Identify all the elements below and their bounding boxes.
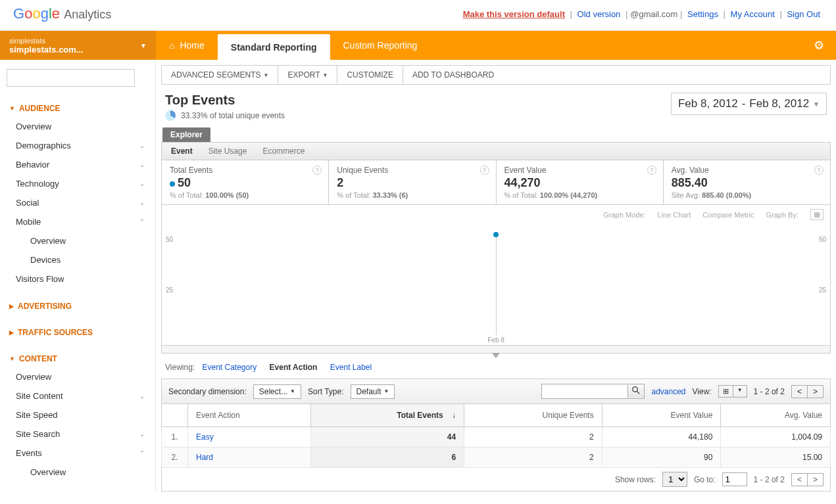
nav-mobile[interactable]: Mobile⌃: [7, 212, 149, 231]
subtab-site-usage[interactable]: Site Usage: [209, 147, 247, 156]
date-range-picker[interactable]: Feb 8, 2012 - Feb 8, 2012 ▼: [671, 93, 827, 115]
chevron-down-icon: ⌄: [139, 199, 145, 206]
chevron-down-icon: ⌄: [139, 161, 145, 168]
col-total-events[interactable]: Total Events ↓: [310, 404, 464, 427]
chart-slider[interactable]: [161, 346, 831, 354]
view-mode-selector[interactable]: ⊞▼: [718, 385, 747, 398]
help-icon[interactable]: ?: [814, 166, 824, 175]
nav-site-search[interactable]: Site Search⌄: [7, 424, 149, 444]
metric-unique-events[interactable]: ? Unique Events 2 % of Total: 33.33% (6): [329, 160, 496, 204]
export-button[interactable]: EXPORT ▼: [278, 66, 337, 84]
chart-slider-handle[interactable]: [492, 353, 500, 358]
row-link-easy[interactable]: Easy: [196, 432, 214, 442]
advanced-segments-button[interactable]: ADVANCED SEGMENTS ▼: [162, 66, 278, 84]
account-selector[interactable]: simplestats simplestats.com... ▼: [0, 31, 156, 60]
sidebar: ▼AUDIENCE Overview Demographics⌄ Behavio…: [0, 60, 156, 492]
nav-social[interactable]: Social⌄: [7, 193, 149, 212]
metric-total-events[interactable]: ? Total Events 50 % of Total: 100.00% (5…: [162, 160, 329, 204]
customize-button[interactable]: CUSTOMIZE: [337, 66, 403, 84]
chart-controls: Graph Mode: Line Chart Compare Metric Gr…: [161, 205, 831, 224]
table-search-input[interactable]: [542, 384, 627, 398]
help-icon[interactable]: ?: [647, 166, 656, 175]
subtab-ecommerce[interactable]: Ecommerce: [262, 147, 305, 156]
col-avg-value[interactable]: Avg. Value: [721, 404, 831, 427]
nav-overview[interactable]: Overview: [7, 117, 149, 136]
help-icon[interactable]: ?: [480, 166, 489, 175]
next-page-button[interactable]: >: [808, 386, 823, 398]
section-content[interactable]: ▼CONTENT: [7, 350, 149, 367]
nav-site-speed[interactable]: Site Speed: [7, 405, 149, 424]
section-advertising[interactable]: ▶ADVERTISING: [7, 298, 149, 315]
logo: Google Analytics: [13, 5, 111, 22]
secondary-dimension-select[interactable]: Select...▼: [253, 384, 301, 399]
compare-metric-button[interactable]: Compare Metric: [702, 211, 754, 219]
account-domain: simplestats.com...: [9, 45, 147, 55]
svg-line-3: [637, 392, 640, 394]
col-event-action[interactable]: Event Action: [188, 404, 311, 427]
chevron-down-icon: ▼: [323, 72, 328, 78]
graph-by-icon[interactable]: ▦: [810, 209, 824, 220]
section-audience[interactable]: ▼AUDIENCE: [7, 100, 149, 117]
chevron-down-icon: ▼: [813, 101, 820, 108]
chart-data-point[interactable]: [493, 232, 499, 237]
old-version-link[interactable]: Old version: [578, 9, 621, 19]
make-default-link[interactable]: Make this version default: [463, 9, 565, 19]
toolbar: ADVANCED SEGMENTS ▼ EXPORT ▼ CUSTOMIZE A…: [161, 65, 831, 85]
row-link-hard[interactable]: Hard: [196, 453, 213, 462]
view-event-category[interactable]: Event Category: [202, 363, 257, 372]
dot-icon: [170, 181, 175, 187]
tab-custom-reporting[interactable]: Custom Reporting: [330, 31, 431, 60]
rows-per-page-select[interactable]: 10: [662, 472, 687, 487]
metric-avg-value[interactable]: ? Avg. Value 885.40 Site Avg: 885.40 (0.…: [664, 160, 830, 204]
chevron-down-icon: ⌄: [139, 142, 145, 149]
my-account-link[interactable]: My Account: [731, 9, 775, 19]
nav-mobile-devices[interactable]: Devices: [7, 250, 149, 269]
settings-link[interactable]: Settings: [687, 9, 718, 19]
prev-page-button[interactable]: <: [792, 386, 808, 398]
footer-prev-button[interactable]: <: [792, 474, 808, 486]
nav-events[interactable]: Events⌃: [7, 444, 149, 463]
tab-standard-reporting[interactable]: Standard Reporting: [218, 34, 330, 60]
sidebar-search-input[interactable]: [18, 73, 129, 83]
nav-content-overview[interactable]: Overview: [7, 367, 149, 386]
chevron-down-icon: ⌄: [139, 180, 145, 187]
search-icon: [12, 74, 14, 82]
nav-visitors-flow[interactable]: Visitors Flow: [7, 269, 149, 288]
nav-site-content[interactable]: Site Content⌄: [7, 386, 149, 405]
subtab-event[interactable]: Event: [171, 147, 193, 156]
chevron-up-icon: ⌃: [139, 449, 145, 457]
view-event-action[interactable]: Event Action: [270, 363, 318, 372]
metric-event-value[interactable]: ? Event Value 44,270 % of Total: 100.00%…: [497, 160, 664, 204]
sign-out-link[interactable]: Sign Out: [787, 9, 820, 19]
table-view-icon[interactable]: ⊞: [719, 386, 733, 397]
col-unique-events[interactable]: Unique Events: [464, 404, 602, 427]
account-name: simplestats: [9, 37, 147, 45]
sidebar-search[interactable]: [7, 69, 135, 87]
chevron-down-icon[interactable]: ▼: [733, 386, 747, 397]
add-to-dashboard-button[interactable]: ADD TO DASHBOARD: [403, 66, 503, 84]
explorer-tab[interactable]: Explorer: [162, 127, 210, 142]
graph-mode-select[interactable]: Line Chart: [657, 211, 691, 219]
view-event-label[interactable]: Event Label: [330, 363, 372, 372]
tab-standard-label: Standard Reporting: [231, 42, 317, 53]
chevron-down-icon: ⌄: [139, 430, 145, 438]
chevron-down-icon: ▼: [140, 42, 147, 49]
sort-type-select[interactable]: Default▼: [351, 384, 395, 399]
nav-demographics[interactable]: Demographics⌄: [7, 136, 149, 155]
col-index: [162, 404, 188, 427]
nav-events-overview[interactable]: Overview: [7, 463, 149, 482]
col-event-value[interactable]: Event Value: [602, 404, 721, 427]
advanced-search-link[interactable]: advanced: [651, 387, 685, 396]
sort-desc-icon: ↓: [452, 411, 456, 420]
nav-mobile-overview[interactable]: Overview: [7, 231, 149, 250]
gear-icon[interactable]: ⚙: [802, 38, 836, 53]
table-search-button[interactable]: [627, 385, 644, 398]
nav-behavior[interactable]: Behavior⌄: [7, 155, 149, 174]
nav-technology[interactable]: Technology⌄: [7, 174, 149, 193]
tab-home[interactable]: ⌂ Home: [156, 31, 218, 60]
section-traffic[interactable]: ▶TRAFFIC SOURCES: [7, 324, 149, 341]
search-icon: [632, 386, 640, 394]
footer-next-button[interactable]: >: [808, 474, 823, 486]
chevron-down-icon: ▼: [263, 72, 268, 78]
goto-page-input[interactable]: [722, 472, 747, 486]
